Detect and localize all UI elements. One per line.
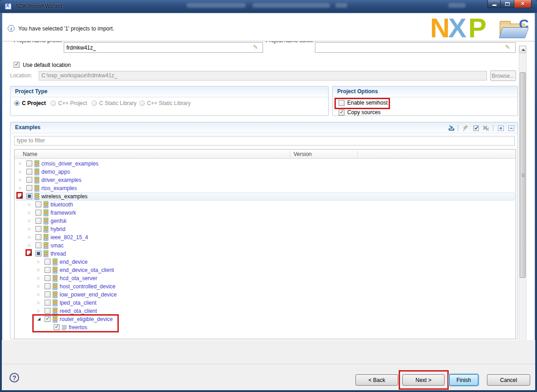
tree-row[interactable]: ▷hcd_ota_server [15, 274, 516, 282]
tree-expand-arrow-icon[interactable]: ▷ [19, 177, 22, 183]
tree-item-label[interactable]: rtos_examples [41, 185, 77, 191]
tree-expand-arrow-icon[interactable]: ▷ [37, 283, 40, 289]
tree-item-label[interactable]: bluetooth [51, 201, 73, 208]
tree-checkbox-unchecked[interactable] [45, 259, 51, 265]
tree-row[interactable]: ▷bluetooth [15, 201, 516, 209]
vertical-scrollbar[interactable] [519, 45, 527, 362]
tree-row[interactable]: ▷framework [15, 209, 516, 217]
tree-checkbox-tristate[interactable] [35, 251, 41, 256]
edit-icon[interactable] [462, 124, 470, 132]
scrollbar-thumb[interactable] [520, 72, 526, 278]
tree-item-label[interactable]: lped_ota_client [60, 300, 96, 306]
tree-row[interactable]: ▷rtos_examples [15, 184, 516, 192]
maximize-button[interactable] [501, 0, 514, 8]
tree-row[interactable]: ▷smac [15, 241, 516, 250]
browse-button[interactable]: Browse... [490, 70, 516, 81]
tree-expand-arrow-icon[interactable]: ▷ [19, 169, 22, 175]
tree-checkbox-unchecked[interactable] [45, 275, 51, 281]
titlebar[interactable]: SDK Import Wizard × [0, 0, 537, 13]
tree-row[interactable]: ▷ieee_802_15_4 [15, 233, 516, 241]
expand-all-icon[interactable] [497, 124, 505, 132]
tree-expand-arrow-icon[interactable]: ▷ [19, 161, 22, 166]
tree-expand-arrow-icon[interactable]: ▷ [37, 267, 40, 273]
scrollbar-up-arrow-icon[interactable] [519, 46, 526, 53]
tree-item-label[interactable]: end_device [60, 259, 87, 265]
tree-item-label[interactable]: framework [51, 210, 76, 216]
tree-expand-arrow-icon[interactable]: ▷ [28, 201, 31, 207]
copy-sources-checkbox[interactable] [339, 110, 344, 116]
tree-expand-arrow-icon[interactable]: ▷ [37, 259, 40, 265]
tree-row[interactable]: ▷demo_apps [15, 168, 516, 176]
import-examples-icon[interactable] [448, 124, 456, 132]
help-button[interactable]: ? [10, 373, 19, 382]
tree-expand-arrow-icon[interactable]: ▷ [37, 291, 40, 297]
tree-row[interactable]: ◢wireless_examples [15, 192, 516, 201]
tree-item-label[interactable]: hcd_ota_server [60, 275, 97, 281]
tree-checkbox-unchecked[interactable] [26, 161, 32, 166]
tree-item-label[interactable]: demo_apps [41, 169, 70, 175]
tree-row[interactable]: ▷driver_examples [15, 176, 516, 184]
tree-row[interactable]: ◢thread [15, 250, 516, 258]
collapse-all-icon[interactable] [507, 124, 515, 132]
tree-item-label[interactable]: reed_ota_client [60, 308, 97, 314]
tree-expand-arrow-icon[interactable]: ▷ [28, 210, 31, 216]
tree-expand-arrow-icon[interactable]: ▷ [19, 185, 22, 191]
tree-expand-arrow-icon[interactable]: ▷ [28, 242, 31, 248]
tree-row[interactable]: ▷hybrid [15, 225, 516, 233]
tree-checkbox-unchecked[interactable] [26, 177, 32, 183]
tree-row[interactable]: ▷end_device_ota_client [15, 266, 516, 274]
tree-expand-arrow-icon[interactable]: ▷ [28, 218, 31, 224]
tree-row[interactable]: ▷genfsk [15, 217, 516, 225]
finish-button[interactable]: Finish [449, 374, 478, 386]
cancel-button[interactable]: Cancel [487, 374, 530, 386]
enable-semihost-checkbox[interactable] [339, 100, 344, 106]
tree-item-label[interactable]: genfsk [51, 218, 66, 224]
tree-item-label[interactable]: wireless_examples [41, 193, 87, 200]
tree-checkbox-unchecked[interactable] [45, 283, 51, 289]
tree-row[interactable]: ▷host_controlled_device [15, 282, 516, 291]
tree-expand-arrow-icon[interactable]: ▷ [37, 308, 40, 314]
radio-c-project[interactable] [51, 101, 56, 106]
tree-item-label[interactable]: cmsis_driver_examples [41, 161, 98, 167]
tree-checkbox-unchecked[interactable] [45, 300, 51, 306]
tree-checkbox-unchecked[interactable] [35, 210, 41, 216]
tree-row[interactable]: ▷cmsis_driver_examples [15, 160, 516, 168]
tree-item-label[interactable]: ieee_802_15_4 [51, 234, 88, 241]
close-button[interactable]: × [514, 0, 532, 8]
tree-expand-arrow-icon[interactable]: ▷ [37, 300, 40, 306]
tree-item-label[interactable]: smac [51, 242, 64, 249]
tree-expand-arrow-icon[interactable]: ▷ [28, 226, 31, 232]
radio-c-project[interactable] [14, 101, 20, 106]
select-all-icon[interactable] [472, 124, 480, 132]
tree-checkbox-unchecked[interactable] [35, 201, 41, 207]
tree-row[interactable]: ▷low_power_end_device [15, 291, 516, 299]
tree-item-label[interactable]: driver_examples [41, 177, 81, 183]
project-name-prefix-input[interactable] [64, 42, 263, 53]
tree-checkbox-unchecked[interactable] [45, 291, 51, 297]
tree-row[interactable]: ▷end_device [15, 258, 516, 266]
project-name-suffix-input[interactable] [315, 42, 516, 53]
use-default-location-checkbox[interactable] [14, 62, 20, 68]
tree-checkbox-unchecked[interactable] [26, 185, 32, 191]
tree-checkbox-unchecked[interactable] [45, 267, 51, 273]
tree-expand-arrow-icon[interactable]: ▷ [37, 275, 40, 281]
tree-item-label[interactable]: hybrid [51, 226, 66, 232]
tree-item-label[interactable]: thread [51, 251, 66, 257]
tree-collapse-arrow-icon[interactable]: ◢ [28, 251, 31, 256]
tree-checkbox-unchecked[interactable] [45, 308, 51, 314]
examples-filter-input[interactable]: type to filter [14, 136, 515, 146]
tree-checkbox-tristate[interactable] [26, 193, 32, 199]
next-button[interactable]: Next > [402, 374, 445, 386]
tree-item-label[interactable]: host_controlled_device [60, 283, 116, 290]
tree-row[interactable]: ▷lped_ota_client [15, 299, 516, 307]
tree-item-label[interactable]: low_power_end_device [60, 291, 117, 298]
tree-checkbox-unchecked[interactable] [35, 218, 41, 224]
tree-expand-arrow-icon[interactable]: ▷ [28, 234, 31, 240]
deselect-all-icon[interactable] [482, 124, 490, 132]
tree-checkbox-unchecked[interactable] [35, 226, 41, 232]
tree-checkbox-unchecked[interactable] [35, 234, 41, 240]
tree-item-label[interactable]: end_device_ota_client [60, 267, 114, 273]
back-button[interactable]: < Back [355, 374, 398, 386]
radio-c-static-library[interactable] [139, 101, 145, 106]
tree-checkbox-unchecked[interactable] [26, 169, 32, 175]
